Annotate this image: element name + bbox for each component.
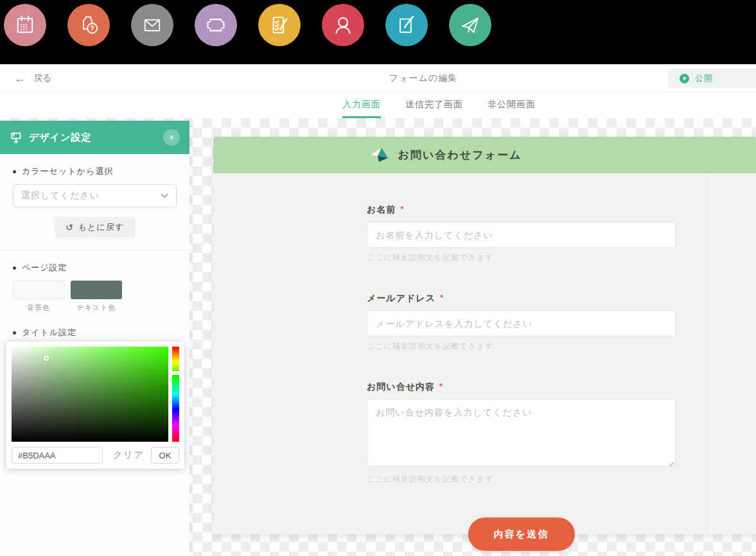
inquiry-textarea[interactable]	[367, 399, 676, 467]
form-logo-plane-icon	[371, 147, 390, 164]
field-inquiry-helper: ここに補足説明文を記載できます	[367, 474, 676, 485]
field-email-helper: ここに補足説明文を記載できます	[367, 341, 676, 352]
design-settings-panel: デザイン設定 × カラーセットから選択 選択してください ↺ もとに戻す ページ…	[0, 121, 189, 556]
required-mark: *	[439, 381, 443, 391]
page-section-label: ページ設定	[13, 262, 177, 274]
page-swatch-row: 背景色 テキスト色	[13, 281, 177, 313]
form-body: お名前* ここに補足説明文を記載できます メールアドレス* ここに補足説明文を記…	[213, 173, 756, 551]
bullet-icon	[13, 170, 16, 173]
name-input[interactable]	[367, 222, 676, 248]
field-name-helper: ここに補足説明文を記載できます	[367, 252, 676, 263]
title-section-label: タイトル設定	[13, 327, 177, 338]
form-preview-card: お問い合わせフォーム お名前* ここに補足説明文を記載できます メールアドレス*…	[213, 137, 756, 534]
panel-divider	[0, 250, 189, 250]
required-mark: *	[400, 204, 404, 214]
field-name-label: お名前*	[367, 204, 676, 216]
checklist-icon[interactable]	[258, 4, 301, 46]
support-person-icon[interactable]	[322, 4, 364, 46]
color-set-select-value: 選択してください	[21, 190, 100, 202]
editor-header: ← 戻る フォームの編集 公開	[0, 64, 756, 92]
publish-label: 公開	[695, 73, 713, 84]
reset-label: もとに戻す	[78, 222, 124, 233]
back-arrow-icon: ←	[14, 73, 26, 84]
calendar-icon[interactable]	[4, 4, 46, 46]
bullet-icon	[13, 331, 16, 334]
field-inquiry-label: お問い合せ内容*	[367, 381, 676, 393]
back-label: 戻る	[33, 73, 51, 84]
screen-tabbar: 入力画面 送信完了画面 非公開画面	[0, 92, 756, 118]
color-set-section-label: カラーセットから選択	[13, 166, 177, 177]
hue-slider-handle[interactable]	[171, 371, 180, 375]
email-input[interactable]	[367, 310, 676, 336]
tab-input-screen[interactable]: 入力画面	[342, 92, 381, 118]
form-title: お問い合わせフォーム	[398, 148, 522, 162]
page-background-swatch[interactable]	[13, 281, 64, 299]
palette-icon	[10, 131, 22, 144]
design-panel-header: デザイン設定 ×	[0, 121, 189, 154]
back-button[interactable]: ← 戻る	[14, 73, 51, 84]
reset-button[interactable]: ↺ もとに戻す	[55, 217, 135, 238]
clear-button[interactable]: クリア	[113, 449, 145, 461]
bullet-icon	[13, 266, 16, 270]
page-text-swatch-label: テキスト色	[71, 303, 122, 313]
design-panel-title: デザイン設定	[29, 132, 91, 144]
submit-button[interactable]: 内容を送信	[468, 517, 575, 551]
editor-canvas: デザイン設定 × カラーセットから選択 選択してください ↺ もとに戻す ページ…	[0, 118, 756, 556]
envelope-icon[interactable]	[131, 4, 173, 46]
svg-text:?: ?	[91, 25, 94, 32]
tab-private-screen[interactable]: 非公開画面	[488, 92, 536, 118]
column-divider	[710, 173, 711, 534]
hue-slider[interactable]	[172, 347, 179, 442]
ok-button[interactable]: OK	[151, 447, 179, 464]
undo-icon: ↺	[66, 222, 74, 232]
saturation-cursor[interactable]	[43, 355, 49, 361]
field-inquiry: お問い合せ内容* ここに補足説明文を記載できます	[367, 381, 676, 485]
tab-complete-screen[interactable]: 送信完了画面	[405, 92, 463, 118]
color-picker-popup: クリア OK	[6, 342, 184, 469]
hex-color-input[interactable]	[12, 447, 103, 464]
bag-question-icon[interactable]: ?	[67, 4, 110, 46]
field-email-label: メールアドレス*	[367, 293, 676, 304]
ticket-icon[interactable]	[195, 4, 237, 46]
publish-button[interactable]: 公開	[668, 69, 756, 88]
required-mark: *	[440, 293, 444, 302]
saturation-area[interactable]	[12, 347, 168, 442]
color-set-select[interactable]: 選択してください	[13, 184, 177, 207]
close-icon[interactable]: ×	[163, 129, 180, 146]
chevron-down-icon	[161, 193, 168, 198]
paper-plane-icon[interactable]	[449, 4, 491, 46]
form-header: お問い合わせフォーム	[213, 137, 756, 173]
page-background-swatch-label: 背景色	[13, 303, 64, 313]
compose-icon[interactable]	[385, 4, 428, 46]
app-bar: ?	[0, 0, 756, 64]
field-email: メールアドレス* ここに補足説明文を記載できます	[367, 293, 676, 352]
page-text-swatch[interactable]	[71, 281, 122, 299]
field-name: お名前* ここに補足説明文を記載できます	[367, 204, 676, 263]
page-title: フォームの編集	[389, 73, 457, 84]
publish-play-icon	[680, 74, 689, 83]
